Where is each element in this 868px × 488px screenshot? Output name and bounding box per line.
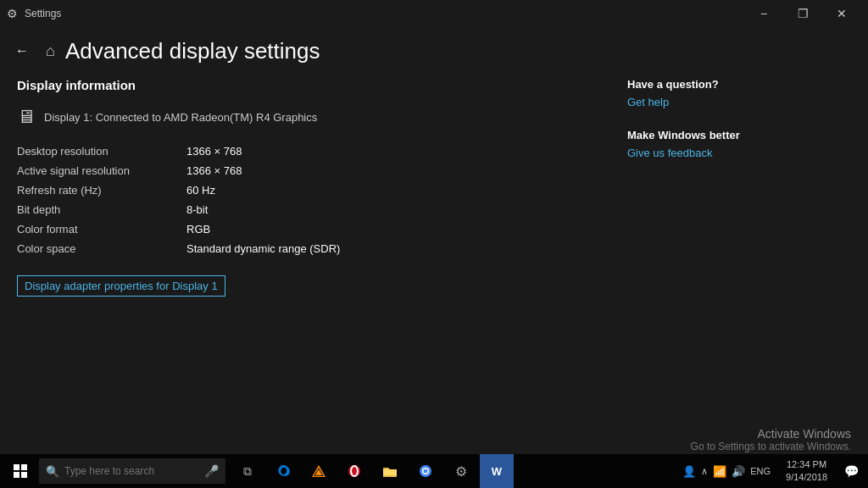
opera-icon [347, 463, 362, 479]
page-header: ← ⌂ Advanced display settings [0, 27, 868, 78]
display-label: Display 1: Connected to AMD Radeon(TM) R… [44, 111, 317, 124]
table-row: Desktop resolution 1366 × 768 [17, 141, 610, 161]
activate-title: Activate Windows [691, 427, 851, 441]
info-label: Bit depth [17, 200, 186, 219]
speaker-icon: 🔊 [732, 465, 745, 478]
clock-time: 12:34 PM [786, 458, 827, 471]
svg-rect-0 [14, 464, 19, 470]
main-content: ← ⌂ Advanced display settings Display in… [0, 27, 868, 454]
get-help-link[interactable]: Get help [627, 96, 814, 108]
edge-icon [275, 463, 291, 479]
language-label: ENG [750, 466, 771, 476]
question-heading: Have a question? [627, 78, 814, 91]
taskbar-search-box[interactable]: 🔍 🎤 [39, 458, 225, 484]
titlebar-controls: − ❐ ✕ [744, 0, 861, 27]
improve-heading: Make Windows better [627, 129, 814, 141]
system-clock[interactable]: 12:34 PM 9/14/2018 [779, 458, 834, 485]
table-row: Refresh rate (Hz) 60 Hz [17, 180, 610, 200]
content-wrapper: ← ⌂ Advanced display settings Display in… [0, 27, 868, 454]
minimize-button[interactable]: − [744, 0, 783, 27]
info-value: RGB [186, 219, 610, 239]
taskbar-right: 👤 ∧ 📶 🔊 ENG 12:34 PM 9/14/2018 💬 [677, 454, 868, 488]
section-title: Display information [17, 78, 610, 92]
settings-icon-title: ⚙ [7, 7, 18, 20]
svg-rect-2 [14, 472, 19, 478]
back-icon: ← [15, 43, 29, 58]
right-sidebar: Have a question? Get help Make Windows b… [627, 78, 814, 454]
svg-point-8 [351, 466, 358, 476]
table-row: Active signal resolution 1366 × 768 [17, 161, 610, 180]
table-row: Color format RGB [17, 219, 610, 239]
search-input[interactable] [64, 465, 199, 477]
task-view-button[interactable]: ⧉ [231, 454, 264, 488]
info-value: 1366 × 768 [186, 161, 610, 180]
settings-taskbar-button[interactable]: ⚙ [444, 454, 478, 488]
info-value: 8-bit [186, 200, 610, 219]
titlebar: ⚙ Settings − ❐ ✕ [0, 0, 868, 27]
taskbar: 🔍 🎤 ⧉ [0, 454, 868, 488]
file-explorer-button[interactable] [373, 454, 407, 488]
info-label: Refresh rate (Hz) [17, 180, 186, 200]
info-label: Color space [17, 239, 186, 258]
svg-rect-1 [21, 464, 27, 470]
microphone-icon: 🎤 [204, 464, 219, 478]
chrome-icon [418, 463, 433, 479]
svg-point-12 [424, 469, 428, 474]
svg-rect-9 [383, 469, 397, 475]
taskbar-app-icons: ⧉ [231, 454, 514, 488]
notification-center-button[interactable]: 💬 [837, 454, 865, 488]
display-info-table: Desktop resolution 1366 × 768 Active sig… [17, 141, 610, 258]
people-icon: 👤 [682, 465, 696, 478]
word-button[interactable]: W [480, 454, 514, 488]
info-label: Color format [17, 219, 186, 239]
vlc-button[interactable] [302, 454, 336, 488]
restore-button[interactable]: ❐ [783, 0, 822, 27]
titlebar-left: ⚙ Settings [7, 7, 61, 20]
make-better-section: Make Windows better Give us feedback [627, 129, 814, 159]
folder-icon [382, 463, 398, 479]
chevron-up-icon[interactable]: ∧ [701, 466, 708, 477]
info-label: Active signal resolution [17, 161, 186, 180]
left-section: Display information 🖥 Display 1: Connect… [17, 78, 610, 454]
svg-rect-3 [21, 472, 27, 478]
network-icon: 📶 [713, 465, 726, 478]
body-layout: Display information 🖥 Display 1: Connect… [0, 78, 868, 454]
feedback-link[interactable]: Give us feedback [627, 147, 814, 159]
adapter-properties-link[interactable]: Display adapter properties for Display 1 [17, 275, 225, 297]
table-row: Bit depth 8-bit [17, 200, 610, 219]
table-row: Color space Standard dynamic range (SDR) [17, 239, 610, 258]
activate-windows: Activate Windows Go to Settings to activ… [691, 427, 851, 452]
vlc-icon [311, 463, 326, 479]
opera-button[interactable] [337, 454, 371, 488]
back-button[interactable]: ← [8, 37, 36, 64]
info-label: Desktop resolution [17, 141, 186, 161]
info-value: Standard dynamic range (SDR) [186, 239, 610, 258]
start-button[interactable] [3, 454, 37, 488]
close-button[interactable]: ✕ [822, 0, 861, 27]
info-value: 1366 × 768 [186, 141, 610, 161]
have-question-section: Have a question? Get help [627, 78, 814, 108]
titlebar-title: Settings [25, 8, 61, 19]
page-title: Advanced display settings [65, 38, 320, 64]
monitor-icon: 🖥 [17, 106, 36, 128]
activate-subtitle: Go to Settings to activate Windows. [691, 441, 851, 452]
windows-logo-icon [14, 464, 27, 478]
info-value: 60 Hz [186, 180, 610, 200]
display-icon-row: 🖥 Display 1: Connected to AMD Radeon(TM)… [17, 106, 610, 128]
chrome-button[interactable] [409, 454, 442, 488]
home-icon: ⌂ [46, 42, 55, 60]
edge-button[interactable] [266, 454, 300, 488]
clock-date: 9/14/2018 [786, 471, 827, 484]
search-icon: 🔍 [46, 465, 59, 478]
system-tray-icons: 👤 ∧ 📶 🔊 ENG [677, 465, 776, 478]
